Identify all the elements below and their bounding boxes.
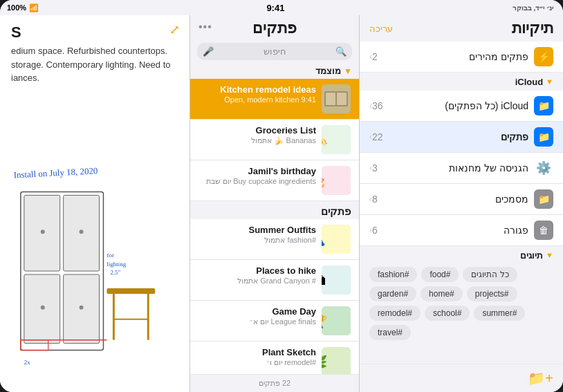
- panels-container: S edium space. Refurbished countertops. …: [0, 15, 563, 392]
- note-item-game[interactable]: 🏆 Game Day League finals יום א׳: [190, 301, 359, 342]
- mic-icon: 🎤: [203, 46, 214, 57]
- folder-count-notes: 22: [372, 131, 383, 142]
- note-subtitle-plant: #remodel יום ו׳: [199, 358, 316, 367]
- battery-label: 100%: [7, 3, 26, 12]
- note-item-plant[interactable]: 🌿 Plant Sketch #remodel יום ו׳: [190, 342, 359, 374]
- folder-chevron-notes: ›: [369, 132, 372, 142]
- icloud-section-header: ▼ iCloud: [360, 73, 563, 91]
- expand-icon[interactable]: ⤢: [169, 22, 180, 37]
- note-title-groceries: Groceries List: [199, 125, 316, 136]
- folder-item-browsing[interactable]: ⚙️ הגניסה של מחנאות 3 ›: [360, 153, 563, 184]
- svg-point-6: [41, 230, 45, 234]
- pinned-section-header: ▼ מוצמד: [190, 63, 359, 79]
- svg-text:Install on July 18, 2020: Install on July 18, 2020: [13, 165, 98, 180]
- note-thumb-game: 🏆: [322, 306, 351, 335]
- tag-chip-home[interactable]: #home: [421, 286, 463, 301]
- note-subtitle-summer: #fashion אתמול: [199, 236, 316, 245]
- tags-label: תיוגים: [520, 250, 543, 261]
- note-item-groceries[interactable]: 🍌 Groceries List Bananas 🍌 אתמול: [190, 120, 359, 160]
- icloud-label: iCloud: [515, 77, 543, 87]
- folder-item-icloud-all[interactable]: 📁 iCloud (כל הפתקים) 36 ›: [360, 91, 563, 122]
- note-text: edium space. Refurbished countertops. st…: [11, 44, 178, 85]
- folder-item-documents[interactable]: 📁 מסמכים 8 ›: [360, 184, 563, 215]
- svg-point-7: [80, 230, 84, 234]
- tag-chip-school[interactable]: #school: [425, 306, 470, 321]
- svg-text:for: for: [107, 252, 113, 259]
- folder-icon-trash: 🗑: [534, 221, 553, 240]
- note-item-kitchen[interactable]: Kitchen remodel ideas Open, modern kitch…: [190, 79, 359, 120]
- status-time: 9:41: [266, 3, 284, 13]
- tag-chip-food[interactable]: #food: [421, 267, 459, 282]
- folder-label-documents: מסמכים: [383, 194, 528, 205]
- note-thumb-summer: 👗: [322, 225, 351, 254]
- right-header: תיקיות עריכה: [360, 15, 563, 39]
- tags-grid: כל התיוגים #food #fashion #projects #hom…: [369, 267, 553, 340]
- svg-text:lighting: lighting: [107, 261, 126, 268]
- svg-point-8: [41, 306, 45, 310]
- sketch-area: Install on July 18, 2020: [0, 157, 190, 392]
- search-placeholder: חיפוש: [218, 46, 331, 57]
- note-subtitle-birthday: Buy cupcake ingredients יום שבת: [199, 177, 316, 186]
- svg-text:🏆: 🏆: [322, 314, 328, 329]
- note-content: S edium space. Refurbished countertops. …: [0, 15, 190, 93]
- folders-title: תיקיות: [512, 19, 553, 37]
- quick-access-label: פתקים מהירים: [383, 51, 528, 62]
- folder-label-notes: פתקים: [389, 131, 528, 142]
- folder-label-trash: פגורה: [383, 225, 528, 236]
- panel-right: תיקיות עריכה ⚡ פתקים מהירים 2 › ▼ iCloud: [360, 15, 563, 392]
- note-item-hike[interactable]: 🏔 Places to hike # Grand Canyon אתמול: [190, 260, 359, 301]
- svg-text:🍌: 🍌: [322, 131, 329, 148]
- tag-chip-projects[interactable]: #projects: [467, 286, 517, 301]
- folder-icon-documents: 📁: [534, 189, 553, 209]
- quick-access-icon: ⚡: [534, 47, 553, 66]
- folder-chevron-browsing: ›: [369, 163, 372, 173]
- svg-rect-22: [326, 93, 335, 105]
- tag-chip-summer[interactable]: #summer: [474, 306, 525, 321]
- middle-header: ••• פתקים: [190, 15, 359, 40]
- tag-chip-garden[interactable]: #garden: [369, 286, 416, 301]
- tags-section-header: ▼ תיוגים: [360, 246, 563, 264]
- folder-icon: 📁: [538, 100, 550, 111]
- folder-item-notes[interactable]: 📁 פתקים 22 ›: [360, 122, 563, 153]
- new-folder-button[interactable]: 📁+: [528, 370, 553, 386]
- note-subtitle-game: League finals יום א׳: [199, 317, 316, 326]
- tags-chevron: ▼: [546, 251, 553, 259]
- tag-chip-remodel[interactable]: #remodel: [369, 306, 421, 321]
- notes-section-label: פתקים: [190, 201, 359, 219]
- note-thumb-kitchen: [322, 84, 351, 113]
- svg-text:🏔: 🏔: [322, 272, 326, 288]
- folder-label-icloud-all: iCloud (כל הפתקים): [389, 100, 528, 111]
- wifi-icon: 📶: [29, 3, 39, 12]
- folder-count-documents: 8: [372, 194, 378, 205]
- svg-rect-23: [337, 93, 347, 105]
- right-bottom: 📁+: [360, 364, 563, 392]
- status-left: 100% 📶: [7, 3, 39, 12]
- folder-item-trash[interactable]: 🗑 פגורה 6 ›: [360, 215, 563, 246]
- note-title-kitchen: Kitchen remodel ideas: [199, 84, 316, 95]
- folder-label-browsing: הגניסה של מחנאות: [383, 162, 528, 174]
- tag-chip-all[interactable]: כל התיוגים: [463, 267, 517, 282]
- svg-text:🎂: 🎂: [322, 172, 327, 189]
- quick-access-chevron: ›: [369, 52, 372, 62]
- edit-button[interactable]: עריכה: [369, 24, 393, 34]
- notes-list-title: פתקים: [252, 19, 297, 37]
- search-bar[interactable]: 🎤 חיפוש 🔍: [197, 43, 352, 60]
- panel-middle: ••• פתקים 🎤 חיפוש 🔍 ▼ מוצמד: [190, 15, 360, 392]
- folder-count-browsing: 3: [372, 162, 378, 174]
- notes-scroll[interactable]: ▼ מוצמד Kitchen remodel ideas Open, mode…: [190, 63, 359, 374]
- tag-chip-travel[interactable]: #travel: [369, 325, 411, 340]
- tag-chip-fashion[interactable]: #fashion: [369, 267, 417, 282]
- lightning-icon: ⚡: [538, 51, 550, 62]
- folder-chevron-trash: ›: [369, 225, 372, 235]
- note-title-summer: Summer Outfits: [199, 225, 316, 235]
- more-icon[interactable]: •••: [199, 21, 212, 33]
- note-thumb-groceries: 🍌: [322, 125, 351, 154]
- note-item-summer[interactable]: 👗 Summer Outfits #fashion אתמול: [190, 219, 359, 260]
- right-content: ⚡ פתקים מהירים 2 › ▼ iCloud 📁 iCloud (: [360, 39, 563, 364]
- note-title-plant: Plant Sketch: [199, 347, 316, 357]
- note-item-birthday[interactable]: 🎂 Jamil's birthday Buy cupcake ingredien…: [190, 160, 359, 201]
- quick-access-item[interactable]: ⚡ פתקים מהירים 2 ›: [360, 41, 563, 73]
- svg-text:2.5": 2.5": [110, 269, 120, 276]
- quick-access-count: 2: [372, 51, 378, 62]
- note-subtitle-groceries: Bananas 🍌 אתמול: [199, 136, 316, 145]
